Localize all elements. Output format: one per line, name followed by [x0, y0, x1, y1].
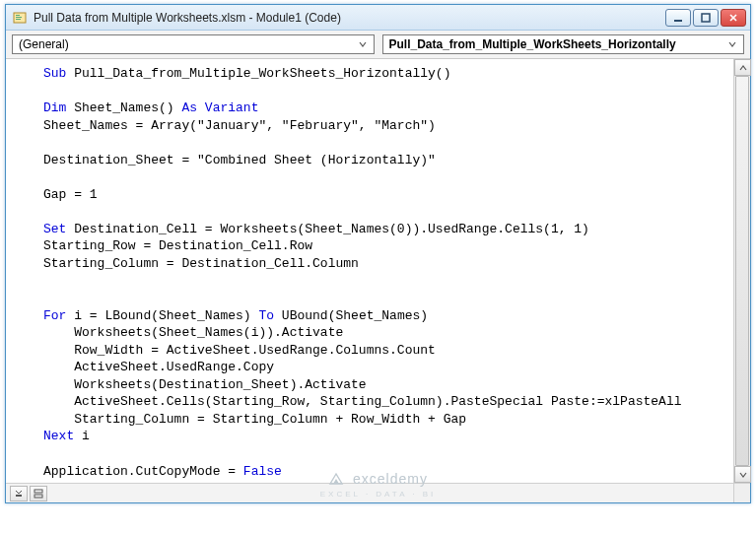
- minimize-button[interactable]: [665, 9, 691, 27]
- code-line: Sub Pull_Data_from_Multiple_WorkSheets_H…: [43, 65, 740, 83]
- code-line: Worksheets(Destination_Sheet).Activate: [43, 376, 740, 394]
- svg-rect-4: [674, 20, 682, 22]
- code-line: [43, 290, 740, 307]
- close-button[interactable]: [721, 9, 746, 27]
- procedure-view-button[interactable]: [10, 486, 28, 501]
- code-line: Gap = 1: [43, 186, 740, 204]
- view-strip: [6, 483, 733, 502]
- svg-rect-1: [16, 15, 20, 16]
- full-module-view-button[interactable]: [30, 486, 47, 501]
- maximize-icon: [701, 13, 711, 23]
- chevron-down-icon: [356, 37, 370, 51]
- scrollbar-thumb[interactable]: [735, 76, 749, 466]
- editor-area: Sub Pull_Data_from_Multiple_WorkSheets_H…: [6, 59, 750, 502]
- svg-rect-2: [16, 17, 22, 18]
- code-line: Set Destination_Cell = Worksheets(Sheet_…: [43, 221, 740, 238]
- code-line: Destination_Sheet = "Combined Sheet (Hor…: [43, 152, 740, 169]
- module-icon: [12, 10, 28, 26]
- procedure-combobox-value: Pull_Data_from_Multiple_WorkSheets_Horiz…: [389, 37, 726, 51]
- object-combobox-value: (General): [19, 37, 356, 51]
- procedure-view-icon: [14, 489, 24, 499]
- code-line: Starting_Row = Destination_Cell.Row: [43, 237, 740, 255]
- scroll-down-button[interactable]: [734, 466, 751, 483]
- svg-rect-8: [16, 495, 22, 497]
- scrollbar-corner: [733, 483, 750, 502]
- code-line: Next i: [43, 428, 740, 445]
- chevron-up-icon: [739, 64, 747, 72]
- code-line: [43, 273, 740, 291]
- svg-rect-10: [34, 495, 42, 498]
- window-title: Pull Data from Multiple Worksheets.xlsm …: [34, 11, 665, 25]
- close-icon: [728, 13, 738, 23]
- object-combobox[interactable]: (General): [12, 34, 375, 54]
- code-line: Starting_Column = Starting_Column + Row_…: [43, 411, 740, 429]
- code-window: Pull Data from Multiple Worksheets.xlsm …: [5, 4, 751, 503]
- code-line: Starting_Column = Destination_Cell.Colum…: [43, 255, 740, 273]
- full-module-view-icon: [34, 489, 43, 499]
- code-toolbar: (General) Pull_Data_from_Multiple_WorkSh…: [6, 31, 750, 59]
- code-line: For i = LBound(Sheet_Names) To UBound(Sh…: [43, 307, 740, 325]
- code-line: [43, 445, 740, 463]
- code-line: [43, 203, 740, 221]
- svg-rect-3: [16, 19, 21, 20]
- procedure-combobox[interactable]: Pull_Data_from_Multiple_WorkSheets_Horiz…: [382, 34, 745, 54]
- titlebar[interactable]: Pull Data from Multiple Worksheets.xlsm …: [6, 5, 750, 31]
- code-pane[interactable]: Sub Pull_Data_from_Multiple_WorkSheets_H…: [6, 59, 750, 502]
- vertical-scrollbar[interactable]: [733, 59, 750, 483]
- code-line: Dim Sheet_Names() As Variant: [43, 100, 740, 117]
- svg-rect-5: [702, 14, 710, 22]
- scroll-up-button[interactable]: [734, 59, 751, 76]
- code-line: ActiveSheet.Cells(Starting_Row, Starting…: [43, 393, 740, 411]
- svg-rect-9: [34, 490, 42, 493]
- code-line: ActiveSheet.UsedRange.Copy: [43, 359, 740, 376]
- minimize-icon: [673, 13, 683, 23]
- maximize-button[interactable]: [693, 9, 719, 27]
- code-line: [43, 134, 740, 152]
- code-line: Application.CutCopyMode = False: [43, 463, 740, 481]
- chevron-down-icon: [725, 37, 739, 51]
- code-line: [43, 168, 740, 186]
- chevron-down-icon: [739, 471, 747, 479]
- code-line: Worksheets(Sheet_Names(i)).Activate: [43, 324, 740, 342]
- window-controls: [665, 9, 746, 27]
- code-line: [43, 83, 740, 100]
- scrollbar-track[interactable]: [734, 76, 750, 466]
- code-line: Sheet_Names = Array("January", "February…: [43, 117, 740, 135]
- code-line: Row_Width = ActiveSheet.UsedRange.Column…: [43, 342, 740, 360]
